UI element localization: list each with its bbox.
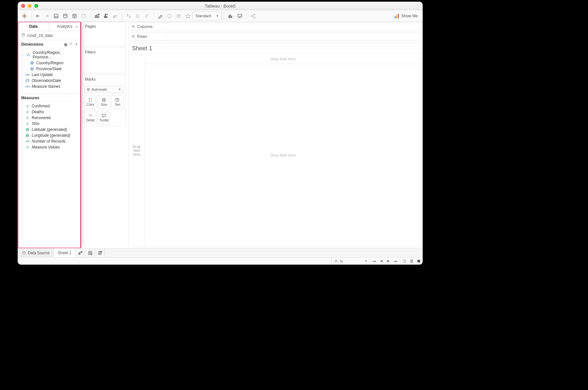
dimension-measure-names[interactable]: Abc Measure Names xyxy=(18,84,80,89)
sort-asc-button[interactable] xyxy=(133,11,142,21)
dimension-province[interactable]: Province/State xyxy=(18,66,80,72)
fix-axes-button[interactable] xyxy=(183,11,192,21)
svg-rect-114 xyxy=(404,261,405,261)
sheet-sorter-button[interactable] xyxy=(408,257,415,264)
svg-rect-30 xyxy=(177,15,181,17)
sort-desc-button[interactable] xyxy=(142,11,152,21)
measure-deaths[interactable]: # Deaths xyxy=(18,109,80,115)
mark-size-button[interactable]: Size xyxy=(98,95,110,109)
svg-line-55 xyxy=(28,54,29,56)
svg-rect-12 xyxy=(98,16,99,18)
measure-longitude[interactable]: Longitude (generated) xyxy=(18,133,80,138)
tab-sheet1-label: Sheet 1 xyxy=(58,251,71,255)
mark-tooltip-button[interactable]: Tooltip xyxy=(98,111,110,124)
measure-num-records[interactable]: =# Number of Records xyxy=(18,138,80,144)
new-dashboard-tab-button[interactable] xyxy=(85,248,95,257)
filters-label: Filters xyxy=(82,48,125,57)
measure-values[interactable]: # Measure Values xyxy=(18,144,80,150)
globe-icon xyxy=(30,67,34,71)
marks-grid-2: Detail Tooltip xyxy=(82,111,125,126)
clear-button[interactable] xyxy=(111,11,120,21)
pages-shelf[interactable]: Pages xyxy=(82,22,126,46)
refresh-data-button[interactable] xyxy=(79,11,88,21)
measure-latitude[interactable]: Latitude (generated) xyxy=(18,127,80,133)
undo-button[interactable] xyxy=(33,11,42,21)
new-worksheet-button[interactable] xyxy=(92,11,102,21)
filters-shelf[interactable]: Filters xyxy=(82,48,126,73)
nav-last-button[interactable]: ⏭ xyxy=(392,257,399,264)
tableau-logo-icon[interactable] xyxy=(20,11,29,21)
measure-num-records-label: Number of Records xyxy=(32,139,66,144)
svg-rect-116 xyxy=(403,262,403,263)
share-button[interactable] xyxy=(249,11,258,21)
datasource-row[interactable]: covid_19_data xyxy=(18,31,80,40)
svg-point-4 xyxy=(64,14,67,15)
user-select[interactable]: ts ▼ xyxy=(331,257,370,264)
marks-label: Marks xyxy=(82,75,125,84)
drop-rows-area[interactable]: Drop field here xyxy=(129,54,145,246)
new-story-tab-button[interactable] xyxy=(95,248,105,257)
dimension-country[interactable]: Country/Region xyxy=(18,60,80,66)
tab-analytics[interactable]: Analytics ≑ xyxy=(49,22,81,31)
new-worksheet-tab-button[interactable] xyxy=(75,248,85,257)
tab-data[interactable]: Data xyxy=(18,22,49,31)
side-tabs: Data Analytics ≑ xyxy=(18,22,80,31)
nav-next-button[interactable]: ▶ xyxy=(385,257,392,264)
dimension-last-update[interactable]: Abc Last Update xyxy=(18,72,80,78)
hierarchy-item[interactable]: ⌄ Country/Region, Province... xyxy=(18,50,80,60)
svg-text:T: T xyxy=(88,88,89,90)
nav-first-button[interactable]: ⏮ xyxy=(370,257,378,264)
mark-color-button[interactable]: Color xyxy=(84,95,96,109)
measure-recovered[interactable]: # Recovered xyxy=(18,115,80,121)
sheet-title[interactable]: Sheet 1 xyxy=(129,43,421,54)
svg-rect-11 xyxy=(97,15,98,18)
duplicate-button[interactable] xyxy=(102,11,111,21)
dimension-observation-date[interactable]: ObservationDate xyxy=(18,78,80,84)
nav-prev-button[interactable]: ◀ xyxy=(378,257,385,264)
status-icons: ⏮ ◀ ▶ ⏭ xyxy=(370,257,422,264)
mark-type-select[interactable]: T Automatic ▼ xyxy=(84,86,123,93)
mark-detail-button[interactable]: Detail xyxy=(84,111,96,124)
show-tabs-button[interactable] xyxy=(415,257,422,264)
datasource-icon xyxy=(22,251,26,255)
svg-point-40 xyxy=(254,14,255,15)
chevron-down-icon: ▼ xyxy=(118,88,121,91)
new-data-source-button[interactable] xyxy=(61,11,70,21)
globe-icon xyxy=(25,128,30,132)
measure-confirmed[interactable]: # Confirmed xyxy=(18,103,80,109)
svg-point-42 xyxy=(254,17,255,18)
pause-auto-updates-button[interactable] xyxy=(70,11,79,21)
swap-button[interactable] xyxy=(124,11,133,21)
svg-point-52 xyxy=(27,55,28,56)
svg-line-43 xyxy=(253,15,254,16)
tab-sheet1[interactable]: Sheet 1 xyxy=(54,248,75,257)
svg-rect-34 xyxy=(229,15,229,18)
redo-button[interactable] xyxy=(42,11,52,21)
measure-sno[interactable]: # SNo xyxy=(18,121,80,127)
chevron-down-icon: ▼ xyxy=(365,259,368,263)
calendar-icon xyxy=(25,79,30,83)
sheet-tabs: Data Source Sheet 1 xyxy=(18,248,422,257)
fit-select[interactable]: Standard ▼ xyxy=(192,12,222,20)
presentation-mode-button[interactable] xyxy=(235,11,244,21)
group-members-button[interactable] xyxy=(165,11,174,21)
columns-shelf[interactable]: Columns xyxy=(128,23,421,31)
measure-sno-label: SNo xyxy=(32,121,39,126)
mark-type-label: Automatic xyxy=(91,87,107,91)
save-button[interactable] xyxy=(52,11,61,21)
tab-data-source[interactable]: Data Source xyxy=(18,248,54,257)
svg-point-79 xyxy=(102,98,106,101)
search-icon[interactable] xyxy=(69,42,73,47)
show-hide-cards-button[interactable] xyxy=(226,11,235,21)
dropdown-icon[interactable]: ▼ xyxy=(75,43,78,46)
highlight-button[interactable] xyxy=(156,11,165,21)
svg-line-50 xyxy=(72,44,73,45)
view-list-icon[interactable]: ▦ xyxy=(64,42,67,47)
filmstrip-view-button[interactable] xyxy=(401,257,408,264)
show-mark-labels-button[interactable] xyxy=(174,11,183,21)
drop-columns-area[interactable]: Drop field here xyxy=(145,54,421,64)
mark-text-button[interactable]: Text xyxy=(111,95,123,109)
show-me-button[interactable]: Show Me xyxy=(392,13,420,19)
rows-shelf[interactable]: Rows xyxy=(128,32,421,41)
drop-main-area[interactable]: Drop field here xyxy=(145,64,421,246)
